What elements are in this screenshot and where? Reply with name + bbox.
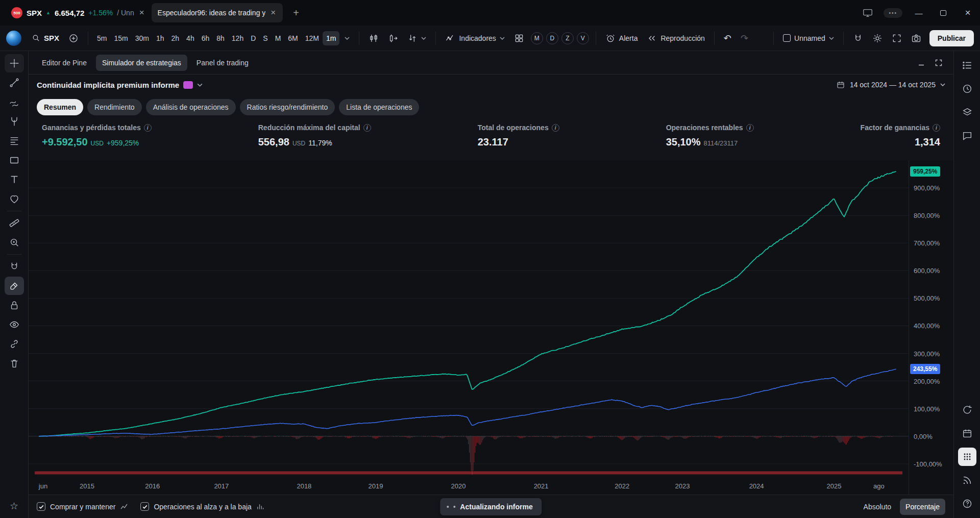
timeframe-M[interactable]: M bbox=[272, 31, 285, 45]
report-tab-rendimiento[interactable]: Rendimiento bbox=[87, 99, 142, 115]
timeframe-1h[interactable]: 1h bbox=[153, 31, 168, 45]
chevron-down-icon[interactable] bbox=[197, 83, 203, 87]
candle-pattern-button[interactable] bbox=[384, 30, 402, 46]
timeframe-15m[interactable]: 15m bbox=[110, 31, 131, 45]
eraser-tool[interactable] bbox=[5, 277, 24, 295]
monitor-icon[interactable] bbox=[856, 7, 879, 18]
timeframe-4h[interactable]: 4h bbox=[183, 31, 198, 45]
favorites-star-icon[interactable]: ☆ bbox=[5, 497, 24, 515]
calendar-icon[interactable] bbox=[958, 424, 976, 442]
timeframe-5m[interactable]: 5m bbox=[93, 31, 110, 45]
compare-add-button[interactable] bbox=[64, 30, 83, 46]
fib-retracement-tool[interactable] bbox=[5, 132, 24, 150]
watchlist-icon[interactable] bbox=[958, 56, 976, 75]
timeframe-8h[interactable]: 8h bbox=[213, 31, 228, 45]
date-range-selector[interactable]: 14 oct 2024 — 14 oct 2025 bbox=[836, 80, 945, 89]
apps-grid-icon[interactable] bbox=[958, 448, 976, 466]
user-avatar[interactable] bbox=[6, 31, 21, 46]
compare-arrows-button[interactable] bbox=[403, 30, 430, 46]
alerts-clock-icon[interactable] bbox=[958, 80, 976, 98]
strategy-title[interactable]: Continuidad implícita premium informe bbox=[37, 81, 179, 89]
trend-line-tool[interactable] bbox=[5, 73, 24, 92]
chat-icon[interactable] bbox=[958, 127, 976, 145]
feed-rss-icon[interactable] bbox=[958, 471, 976, 489]
info-icon[interactable]: i bbox=[552, 124, 559, 132]
symbol-search-button[interactable]: SPX bbox=[28, 31, 63, 45]
lock-tool[interactable] bbox=[5, 296, 24, 314]
mode-porcentaje[interactable]: Porcentaje bbox=[900, 499, 945, 515]
equity-chart-plot[interactable] bbox=[29, 160, 909, 478]
mode-absoluto[interactable]: Absoluto bbox=[858, 499, 897, 515]
new-tab-button[interactable]: + bbox=[289, 7, 303, 19]
info-icon[interactable]: i bbox=[933, 124, 940, 132]
panel-minimize-icon[interactable] bbox=[914, 55, 929, 70]
replay-button[interactable]: Reproducción bbox=[643, 30, 708, 46]
report-tab-lista-de-operaciones[interactable]: Lista de operaciones bbox=[339, 99, 419, 115]
timeframe-1m[interactable]: 1m bbox=[323, 31, 339, 45]
fullscreen-button[interactable] bbox=[888, 30, 906, 46]
info-icon[interactable]: i bbox=[746, 124, 754, 132]
measure-tool[interactable] bbox=[5, 214, 24, 232]
window-close-button[interactable]: × bbox=[955, 0, 980, 26]
tab-trading-panel[interactable]: Panel de trading bbox=[190, 55, 255, 71]
timeframe-6h[interactable]: 6h bbox=[198, 31, 213, 45]
timeframe-D[interactable]: D bbox=[247, 31, 259, 45]
tab-idea[interactable]: Especulador96: ideas de trading y × bbox=[152, 3, 283, 22]
crosshair-tool[interactable] bbox=[5, 54, 24, 72]
object-tree-layers-icon[interactable] bbox=[958, 103, 976, 121]
buy-and-hold-checkbox-group[interactable]: Comprar y mantener bbox=[37, 502, 128, 511]
price-axis[interactable]: 900,00%800,00%700,00%600,00%500,00%400,0… bbox=[909, 160, 953, 478]
settings-button[interactable] bbox=[868, 30, 887, 46]
template-letter-v[interactable]: V bbox=[577, 32, 589, 44]
info-icon[interactable]: i bbox=[144, 124, 152, 132]
zoom-tool[interactable] bbox=[5, 233, 24, 252]
emoji-tool[interactable] bbox=[5, 190, 24, 208]
alert-button[interactable]: Alerta bbox=[601, 30, 642, 46]
tab-overflow-icon[interactable]: ••• bbox=[884, 8, 902, 18]
timeframe-S[interactable]: S bbox=[259, 31, 271, 45]
pitchfork-tool[interactable] bbox=[5, 112, 24, 131]
window-minimize-button[interactable]: — bbox=[906, 0, 931, 26]
sync-drawings-tool[interactable] bbox=[5, 335, 24, 353]
chart-style-candles-button[interactable] bbox=[364, 30, 383, 46]
close-tab-icon[interactable]: × bbox=[270, 8, 277, 18]
undo-button[interactable]: ↶ bbox=[720, 31, 736, 46]
template-letter-m[interactable]: M bbox=[531, 32, 543, 44]
indicators-button[interactable]: Indicadores bbox=[441, 30, 508, 46]
timeframe-12M[interactable]: 12M bbox=[302, 31, 323, 45]
time-axis-labels[interactable]: jun2015201620172018201920202021202220232… bbox=[29, 478, 909, 495]
layout-name-button[interactable]: Unnamed bbox=[779, 31, 838, 45]
layout-grid-button[interactable] bbox=[510, 30, 528, 46]
window-maximize-button[interactable] bbox=[931, 0, 955, 26]
checkbox-checked-icon[interactable] bbox=[140, 502, 149, 511]
timeframe-6M[interactable]: 6M bbox=[284, 31, 301, 45]
panel-expand-icon[interactable] bbox=[931, 55, 946, 70]
text-tool[interactable] bbox=[5, 170, 24, 189]
interval-dropdown-button[interactable] bbox=[340, 34, 354, 43]
snapshot-button[interactable] bbox=[907, 30, 925, 46]
template-letter-z[interactable]: Z bbox=[561, 32, 574, 44]
remove-drawings-tool[interactable] bbox=[5, 354, 24, 373]
curves-tool[interactable] bbox=[5, 93, 24, 111]
report-tab-analisis-de-operaciones[interactable]: Análisis de operaciones bbox=[146, 99, 236, 115]
publish-button[interactable]: Publicar bbox=[929, 30, 974, 46]
tab-symbol-spx[interactable]: 500 SPX ▲ 6.654,72 +1.56% / Unn × bbox=[5, 3, 152, 22]
refresh-icon[interactable] bbox=[958, 401, 976, 419]
timeframe-2h[interactable]: 2h bbox=[168, 31, 183, 45]
tab-strategy-tester[interactable]: Simulador de estrategias bbox=[96, 55, 187, 71]
timeframe-12h[interactable]: 12h bbox=[228, 31, 247, 45]
hide-drawings-tool[interactable] bbox=[5, 315, 24, 334]
report-tab-resumen[interactable]: Resumen bbox=[37, 99, 83, 115]
redo-button[interactable]: ↷ bbox=[737, 31, 752, 46]
help-icon[interactable] bbox=[958, 495, 976, 513]
tab-pine-editor[interactable]: Editor de Pine bbox=[36, 55, 93, 71]
info-icon[interactable]: i bbox=[363, 124, 371, 132]
magnet-button[interactable] bbox=[849, 30, 867, 46]
long-short-checkbox-group[interactable]: Operaciones al alza y a la baja bbox=[140, 502, 263, 511]
shapes-tool[interactable] bbox=[5, 151, 24, 169]
template-letter-d[interactable]: D bbox=[546, 32, 558, 44]
report-tab-ratios-riesgo-rendimiento[interactable]: Ratios riesgo/rendimiento bbox=[240, 99, 335, 115]
timeframe-30m[interactable]: 30m bbox=[132, 31, 153, 45]
checkbox-checked-icon[interactable] bbox=[37, 502, 45, 511]
magnet-tool[interactable] bbox=[5, 257, 24, 276]
